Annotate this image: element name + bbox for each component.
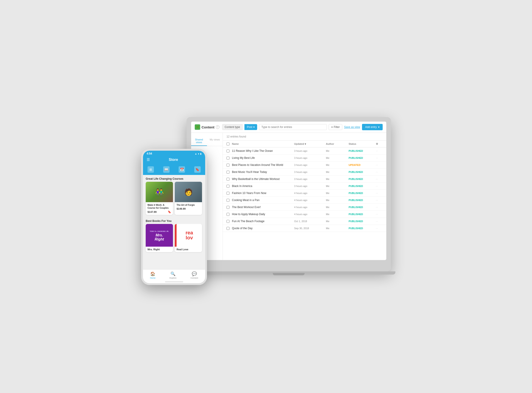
course-title-2: The Art of Forgiv: [177, 204, 200, 206]
nav-explore-label: Explore: [170, 277, 177, 279]
course-card-2[interactable]: The Art of Forgiv $149.99: [175, 182, 202, 215]
entry-updated: Sep 30, 2018: [294, 227, 326, 230]
post-button[interactable]: Post ▾: [244, 124, 257, 130]
content-type-button[interactable]: Content type: [222, 124, 243, 130]
table-row[interactable]: Cooking Meat in a Pan 4 hours ago Me PUB…: [223, 197, 386, 204]
entry-author: Me: [326, 157, 349, 159]
phone-status-icons: ▲ ● ▮: [195, 152, 202, 155]
nav-explore[interactable]: 🔍 Explore: [170, 271, 177, 279]
row-check[interactable]: [227, 192, 232, 195]
table-row[interactable]: Quote of the Day Sep 30, 2018 Me PUBLISH…: [223, 225, 386, 232]
course-price-row-1: $147.99 🔖: [148, 210, 171, 214]
row-check[interactable]: [227, 171, 232, 174]
book-cover-mrs-right: TONY A. GASKINS JR. Mrs.Right: [146, 224, 173, 247]
book-card-2[interactable]: realov Real Love: [175, 224, 202, 252]
entry-author: Me: [326, 171, 349, 173]
entry-author: Me: [326, 178, 349, 180]
table-row[interactable]: Why Basketball is the Ultimate Workout 3…: [223, 176, 386, 183]
table-row[interactable]: Black In America 3 hours ago Me PUBLISHE…: [223, 183, 386, 190]
header-check[interactable]: [227, 142, 232, 145]
table-row[interactable]: Living My Best Life 3 hours ago Me PUBLI…: [223, 155, 386, 162]
row-check[interactable]: [227, 185, 232, 188]
entry-name: Cooking Meat in a Pan: [232, 199, 294, 202]
row-check[interactable]: [227, 157, 232, 160]
row-check[interactable]: [227, 178, 232, 181]
nav-icon-bookmark[interactable]: 🔖: [194, 166, 201, 173]
hamburger-icon[interactable]: ☰: [147, 157, 150, 162]
table-row[interactable]: The Best Workout Ever! 4 hours ago Me PU…: [223, 204, 386, 211]
col-gear-header[interactable]: ⚙: [376, 142, 383, 145]
entry-name: Fun At The Beach Footage: [232, 220, 294, 223]
connect-icon: 💬: [192, 271, 197, 276]
entry-updated: 4 hours ago: [294, 192, 326, 194]
tab-my-views[interactable]: My views: [207, 136, 223, 146]
cms-content: 12 entries found Name Updated ▾ Author S…: [223, 133, 386, 260]
entry-status: PUBLISHED: [349, 206, 376, 209]
row-check[interactable]: [227, 150, 232, 152]
phone-nav-icons: ⊞ 📖 📅 🔖: [143, 165, 205, 175]
col-updated-header: Updated ▾: [294, 142, 326, 145]
col-author-header: Author: [326, 142, 349, 145]
entry-updated: 4 hours ago: [294, 199, 326, 201]
help-icon[interactable]: ?: [216, 125, 219, 129]
col-name-header: Name: [232, 142, 294, 145]
save-as-view-link[interactable]: Save as view: [344, 125, 360, 129]
entry-name: Best Places to Vacation Around The World: [232, 163, 294, 167]
col-status-header: Status: [349, 142, 376, 145]
table-row[interactable]: Fashion 10 Years From Now 4 hours ago Me…: [223, 190, 386, 197]
table-row[interactable]: Best Places to Vacation Around The World…: [223, 162, 386, 169]
course-card-1[interactable]: Make it Work: A Course for Couples $147.…: [146, 182, 173, 215]
entry-status: PUBLISHED: [349, 185, 376, 187]
entry-updated: 3 hours ago: [294, 178, 326, 180]
books-section-title: Best Books For You: [143, 217, 205, 224]
row-check[interactable]: [227, 220, 232, 223]
entry-sort: ···: [376, 185, 383, 187]
entry-sort: ···: [376, 199, 383, 201]
row-check[interactable]: [227, 227, 232, 230]
book-icon: 📖: [163, 166, 170, 173]
search-input[interactable]: [259, 124, 327, 130]
table-row[interactable]: Fun At The Beach Footage Oct 1, 2018 Me …: [223, 218, 386, 225]
entry-updated: 3 hours ago: [294, 185, 326, 187]
course-bookmark-1[interactable]: 🔖: [168, 210, 171, 214]
wifi-icon: ▲: [195, 152, 197, 155]
entries-container: 11 Reason Why I Like The Ocean 3 hours a…: [223, 147, 386, 232]
entry-updated: 3 hours ago: [294, 157, 326, 159]
entry-status: PUBLISHED: [349, 150, 376, 152]
entries-found: 12 entries found: [223, 133, 386, 141]
table-row[interactable]: Best Music You'll Hear Today 3 hours ago…: [223, 169, 386, 176]
add-entry-button[interactable]: Add entry ▾: [362, 124, 383, 130]
entry-status: PUBLISHED: [349, 171, 376, 173]
nav-home[interactable]: 🏠 Home: [150, 271, 155, 279]
nav-connect[interactable]: 💬 Connect: [190, 271, 198, 279]
tab-shared-views[interactable]: Shared views: [191, 136, 207, 146]
laptop-base: [182, 271, 395, 275]
table-row[interactable]: How to Apply Makeup Daily 4 hours ago Me…: [223, 211, 386, 218]
row-check[interactable]: [227, 206, 232, 209]
add-entry-label: Add entry: [365, 125, 377, 129]
row-check[interactable]: [227, 199, 232, 202]
entry-sort: ···: [376, 213, 383, 216]
book-card-1[interactable]: TONY A. GASKINS JR. Mrs.Right Mrs. Right: [146, 224, 173, 252]
book-cover-real-love: realov: [175, 224, 202, 247]
table-row[interactable]: 11 Reason Why I Like The Ocean 3 hours a…: [223, 147, 386, 155]
cms-toolbar: Content type Post ▾ ≡ Filter Save as vie…: [222, 124, 383, 130]
explore-icon: 🔍: [170, 271, 175, 276]
cms-header: 🌿 Content ? Content type Post ▾ ≡ Filter: [191, 122, 386, 133]
signal-icon: ●: [198, 152, 199, 155]
nav-icon-grid[interactable]: ⊞: [148, 166, 154, 173]
nav-icon-book[interactable]: 📖: [163, 166, 170, 173]
entry-sort: ···: [376, 157, 383, 159]
sidebar-tabs: Shared views My views: [191, 136, 223, 146]
entry-name: How to Apply Makeup Daily: [232, 213, 294, 216]
nav-icon-calendar[interactable]: 📅: [179, 166, 185, 173]
entry-status: PUBLISHED: [349, 199, 376, 201]
row-check[interactable]: [227, 164, 232, 167]
course-info-2: The Art of Forgiv $149.99: [175, 202, 202, 211]
filter-button[interactable]: ≡ Filter: [329, 124, 342, 130]
cms-body: Shared views My views All 12 entries fou…: [191, 133, 386, 260]
entry-name: Living My Best Life: [232, 156, 294, 160]
phone: 4:54 ▲ ● ▮ ☰ Store ⊞ 📖: [141, 149, 207, 285]
row-check[interactable]: [227, 213, 232, 216]
book-info-1: Mrs. Right: [146, 247, 173, 252]
